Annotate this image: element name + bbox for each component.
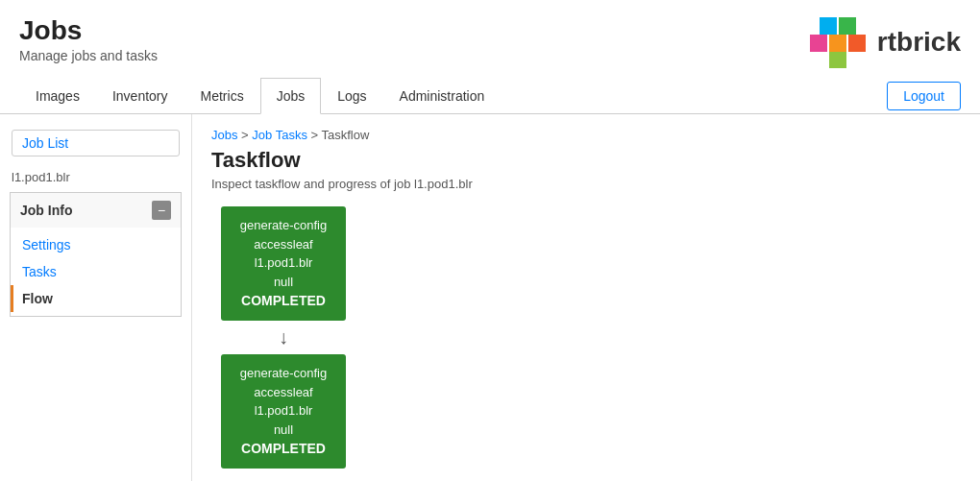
nav-tab-logs[interactable]: Logs: [321, 78, 382, 113]
sidebar-section: Job Info − Settings Tasks Flow: [10, 192, 182, 317]
flow-node-1-line1: generate-config: [236, 216, 331, 235]
sidebar-link-tasks[interactable]: Tasks: [11, 258, 181, 285]
nav-tab-inventory[interactable]: Inventory: [96, 78, 184, 113]
svg-rect-0: [810, 35, 827, 52]
svg-rect-5: [848, 35, 866, 52]
flow-node-2-line2: accessleaf: [236, 383, 331, 402]
flow-node-1-line4: null: [236, 273, 331, 292]
page-title: Taskflow: [211, 148, 961, 173]
nav-tab-administration[interactable]: Administration: [383, 78, 502, 113]
breadcrumb-current: Taskflow: [321, 128, 369, 142]
page-title-main: Jobs: [19, 15, 158, 46]
sidebar-section-header[interactable]: Job Info −: [11, 193, 181, 228]
sidebar-collapse-button[interactable]: −: [152, 201, 171, 220]
flow-node-2-line1: generate-config: [236, 364, 331, 383]
sidebar-link-flow[interactable]: Flow: [11, 285, 181, 312]
logout-button[interactable]: Logout: [887, 82, 961, 110]
breadcrumb-jobs[interactable]: Jobs: [211, 128, 237, 142]
breadcrumb-sep1: >: [241, 128, 252, 142]
main-content: Jobs > Job Tasks > Taskflow Taskflow Ins…: [192, 114, 980, 481]
breadcrumb-sep2: >: [311, 128, 322, 142]
nav-tab-jobs[interactable]: Jobs: [260, 78, 322, 114]
nav-tabs: Images Inventory Metrics Jobs Logs Admin…: [19, 78, 501, 113]
page-header: Jobs Manage jobs and tasks rtbrick: [0, 0, 980, 78]
flow-node-1: generate-config accessleaf l1.pod1.blr n…: [221, 206, 346, 321]
rtbrick-logo-icon: [810, 15, 868, 68]
flow-diagram: generate-config accessleaf l1.pod1.blr n…: [211, 206, 961, 469]
nav-tab-images[interactable]: Images: [19, 78, 96, 113]
sidebar-links: Settings Tasks Flow: [11, 228, 181, 316]
breadcrumb: Jobs > Job Tasks > Taskflow: [211, 128, 961, 142]
sidebar: Job List l1.pod1.blr Job Info − Settings…: [0, 114, 192, 481]
flow-node-1-line2: accessleaf: [236, 235, 331, 254]
page-subtitle-main: Manage jobs and tasks: [19, 48, 158, 63]
flow-arrow-1: ↓: [221, 321, 346, 354]
sidebar-device-name: l1.pod1.blr: [0, 162, 191, 192]
page-subtitle: Inspect taskflow and progress of job l1.…: [211, 177, 961, 191]
nav-tab-metrics[interactable]: Metrics: [184, 78, 260, 113]
flow-node-2: generate-config accessleaf l1.pod1.blr n…: [221, 354, 346, 469]
flow-node-2-line3: l1.pod1.blr: [236, 401, 331, 421]
logo-text: rtbrick: [877, 27, 961, 58]
flow-node-2-line4: null: [236, 421, 331, 440]
flow-node-2-status: COMPLETED: [236, 439, 331, 459]
main-layout: Job List l1.pod1.blr Job Info − Settings…: [0, 114, 980, 481]
main-nav: Images Inventory Metrics Jobs Logs Admin…: [0, 78, 980, 114]
sidebar-link-settings[interactable]: Settings: [11, 231, 181, 258]
svg-rect-3: [839, 17, 856, 35]
svg-rect-4: [829, 52, 846, 68]
sidebar-job-list-container: Job List: [0, 124, 191, 162]
svg-rect-2: [820, 17, 837, 35]
sidebar-section-title: Job Info: [20, 203, 72, 218]
flow-node-1-status: COMPLETED: [236, 291, 331, 311]
logo: rtbrick: [810, 15, 961, 68]
flow-node-1-line3: l1.pod1.blr: [236, 253, 331, 273]
breadcrumb-job-tasks[interactable]: Job Tasks: [252, 128, 307, 142]
svg-rect-1: [829, 35, 846, 52]
header-title-block: Jobs Manage jobs and tasks: [19, 15, 158, 63]
sidebar-job-list-link[interactable]: Job List: [12, 130, 180, 156]
